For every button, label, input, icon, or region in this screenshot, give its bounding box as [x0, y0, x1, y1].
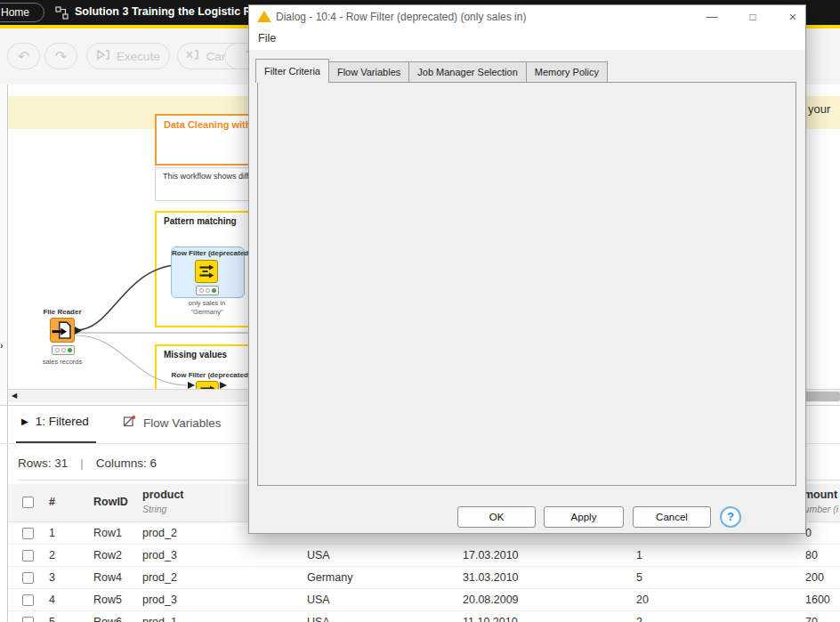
cell-num: 5 — [49, 611, 55, 622]
tab-flow-variables-label: Flow Variables — [143, 416, 222, 430]
cell-date: 20.08.2009 — [463, 589, 519, 610]
cell-date: 17.03.2010 — [463, 545, 519, 566]
cell-qty: 1 — [636, 545, 642, 566]
table-row[interactable]: 3 Row4 prod_2 Germany 31.03.2010 5 200 — [8, 567, 840, 589]
summary-separator: | — [80, 456, 84, 470]
cell-date: 31.03.2010 — [463, 567, 519, 588]
redo-icon: ↷ — [55, 48, 67, 65]
cell-qty: 2 — [636, 611, 642, 622]
table-summary: Rows: 31 | Columns: 6 — [18, 456, 157, 470]
execute-icon — [96, 48, 110, 64]
execute-label: Execute — [117, 50, 160, 63]
tab-job-manager-selection[interactable]: Job Manager Selection — [408, 61, 527, 83]
minimize-button[interactable]: — — [697, 5, 727, 28]
traffic-light-file-reader — [52, 345, 75, 355]
cell-product: prod_2 — [142, 567, 177, 588]
warning-triangle-icon — [257, 11, 271, 22]
node-row-filter-1-title: Row Filter (deprecated) — [172, 249, 244, 257]
undo-icon: ↶ — [18, 48, 29, 65]
col-header-product[interactable]: product — [142, 489, 184, 501]
cell-amount: 80 — [805, 545, 818, 566]
cell-rowid: Row5 — [93, 589, 122, 610]
node-row-filter-2-title: Row Filter (deprecated) — [171, 371, 251, 379]
row-checkbox[interactable] — [22, 550, 34, 561]
dialog-title-bar[interactable]: Dialog - 10:4 - Row Filter (deprecated) … — [249, 5, 805, 28]
cell-qty: 5 — [636, 567, 642, 588]
tab-flow-variables-dialog[interactable]: Flow Variables — [328, 61, 409, 83]
dialog-menu-bar: File — [249, 28, 805, 50]
cell-rowid: Row2 — [93, 545, 122, 566]
redo-button[interactable]: ↷ — [44, 43, 77, 69]
cell-product: prod_2 — [142, 522, 177, 544]
panel-expand-icon[interactable]: › — [0, 340, 4, 351]
cell-country: USA — [307, 611, 330, 622]
cell-rowid: Row6 — [93, 611, 122, 622]
cell-product: prod_1 — [142, 611, 177, 622]
row-filter-dialog: Dialog - 10:4 - Row Filter (deprecated) … — [248, 4, 806, 534]
node-file-reader-comment: sales records — [27, 358, 98, 367]
cell-amount: 1600 — [805, 589, 830, 610]
rows-count: Rows: 31 — [18, 456, 68, 470]
maximize-button[interactable]: □ — [738, 5, 768, 28]
tab-filter-criteria[interactable]: Filter Criteria — [255, 59, 329, 83]
col-header-rowid[interactable]: RowID — [93, 496, 128, 508]
row-checkbox[interactable] — [22, 572, 34, 584]
scroll-left-arrow-icon[interactable]: ◀ — [12, 392, 17, 400]
dialog-title: Dialog - 10:4 - Row Filter (deprecated) … — [276, 11, 526, 23]
workflow-icon — [55, 6, 69, 23]
cell-amount: 0 — [805, 522, 812, 544]
node-file-reader-title: File Reader — [36, 308, 89, 316]
ok-button[interactable]: OK — [457, 506, 536, 528]
cancel-button[interactable]: Cancel — [633, 506, 711, 528]
cell-country: USA — [307, 589, 330, 610]
row-checkbox[interactable] — [22, 617, 34, 622]
tab-filtered-label: 1: Filtered — [36, 415, 89, 428]
cell-num: 3 — [49, 567, 55, 588]
cell-product: prod_3 — [142, 589, 177, 610]
node-row-filter-1-comment: only sales in "Germany" — [171, 299, 243, 317]
cell-num: 1 — [49, 522, 55, 544]
tab-memory-policy[interactable]: Memory Policy — [526, 61, 608, 83]
traffic-light-row-filter-1 — [196, 286, 219, 295]
tab-workflow[interactable]: Solution 3 Training the Logistic R — [75, 5, 252, 18]
tab-home[interactable]: Home — [0, 3, 44, 22]
tab-filtered-output[interactable]: ▶ 1: Filtered — [21, 415, 89, 428]
cell-country: USA — [307, 545, 330, 566]
table-row[interactable]: 2 Row2 prod_3 USA 17.03.2010 1 80 — [8, 545, 840, 567]
file-reader-node-icon[interactable] — [50, 318, 75, 343]
cell-num: 2 — [49, 545, 55, 566]
annotation-pattern-title: Pattern matching — [164, 216, 237, 226]
help-button[interactable]: ? — [720, 506, 741, 528]
apply-button[interactable]: Apply — [544, 506, 624, 528]
row-checkbox[interactable] — [22, 528, 34, 539]
table-row[interactable]: 5 Row6 prod_1 USA 11.10.2010 2 70 — [8, 611, 840, 622]
cell-country: Germany — [307, 567, 352, 588]
row-checkbox[interactable] — [22, 594, 34, 606]
tab-flow-variables[interactable]: Flow Variables — [123, 415, 222, 431]
close-button[interactable]: × — [778, 5, 808, 28]
col-header-num[interactable]: # — [49, 496, 55, 508]
filter-criteria-panel — [257, 82, 796, 486]
output-port-icon: ▶ — [21, 416, 28, 426]
select-all-checkbox[interactable] — [22, 497, 34, 508]
table-row[interactable]: 4 Row5 prod_3 USA 20.08.2009 20 1600 — [8, 589, 840, 611]
knime-app-window: Home Solution 3 Training the Logistic R … — [0, 0, 840, 622]
menu-file[interactable]: File — [258, 32, 276, 44]
annotation-missing-title: Missing values — [164, 350, 227, 359]
col-header-product-type: String — [142, 504, 166, 514]
cell-amount: 200 — [805, 567, 824, 588]
undo-button[interactable]: ↶ — [7, 43, 40, 69]
cell-qty: 20 — [636, 589, 649, 610]
cell-rowid: Row4 — [93, 567, 122, 588]
cell-rowid: Row1 — [93, 522, 122, 544]
execute-button[interactable]: Execute — [86, 43, 170, 69]
cell-product: prod_3 — [142, 545, 177, 566]
flow-variables-icon — [123, 415, 136, 431]
dialog-tabs: Filter Criteria Flow Variables Job Manag… — [255, 59, 607, 83]
cell-date: 11.10.2010 — [463, 611, 518, 622]
collapsed-side-panel — [0, 85, 8, 405]
row-filter-node-icon[interactable] — [195, 260, 218, 283]
cell-num: 4 — [49, 589, 55, 610]
columns-count: Columns: 6 — [96, 456, 157, 470]
cancel-icon — [185, 48, 199, 64]
